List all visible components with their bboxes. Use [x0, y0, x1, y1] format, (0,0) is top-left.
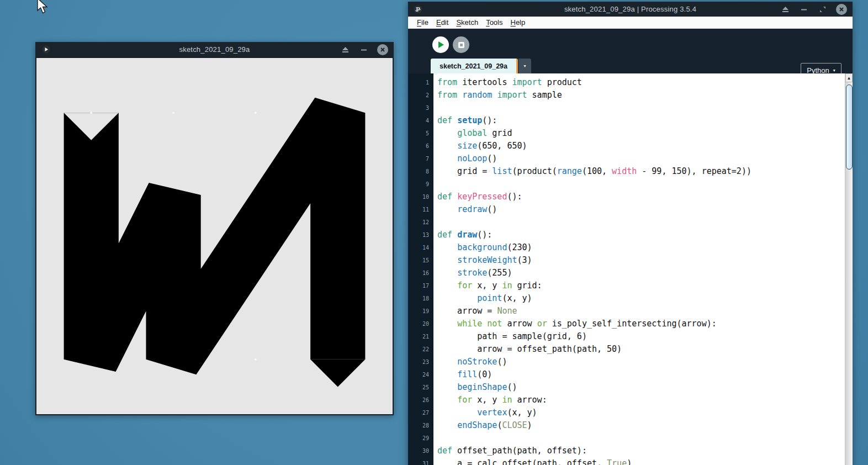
restore-icon[interactable]	[817, 4, 828, 15]
code-line[interactable]: from random import sample	[437, 89, 845, 102]
line-number: 26	[408, 394, 433, 406]
line-number: 10	[408, 191, 433, 203]
eject-icon[interactable]	[780, 4, 791, 15]
code-line[interactable]: a = calc_offset(path, offset, True)	[437, 457, 845, 465]
scroll-up-arrow-icon[interactable]: ▲	[845, 73, 853, 82]
tab-menu-button[interactable]: ▾	[518, 59, 531, 73]
line-number: 23	[408, 356, 433, 368]
play-icon	[436, 40, 445, 49]
tab-strip: sketch_2021_09_29a ▾	[408, 58, 853, 73]
code-line[interactable]: for x, y in grid:	[437, 279, 845, 292]
line-number: 1	[408, 76, 433, 89]
code-line[interactable]: from itertools import product	[437, 76, 845, 89]
code-line[interactable]	[437, 216, 845, 229]
processing-ide-window: P sketch_2021_09_29a | Processing 3.5.4	[407, 2, 853, 465]
code-line[interactable]: arrow = None	[437, 305, 845, 318]
stop-button[interactable]	[453, 36, 469, 53]
desktop: sketch_2021_09_29a P	[0, 0, 868, 465]
toolbar: Python ▾	[408, 29, 853, 58]
code-line[interactable]: for x, y in arrow:	[437, 394, 845, 406]
chevron-down-icon: ▾	[833, 68, 835, 73]
menu-bar: FileEditSketchToolsHelp	[408, 17, 853, 29]
code-line[interactable]	[437, 432, 845, 445]
line-number: 17	[408, 279, 433, 292]
code-line[interactable]: beginShape()	[437, 381, 845, 394]
close-icon[interactable]	[377, 44, 388, 55]
line-number: 2	[408, 89, 433, 102]
minimize-icon[interactable]	[358, 44, 369, 55]
minimize-icon[interactable]	[798, 4, 809, 15]
code-line[interactable]: strokeWeight(3)	[437, 254, 845, 267]
line-number: 28	[408, 419, 433, 432]
code-line[interactable]: while not arrow or is_poly_self_intersec…	[437, 318, 845, 330]
sketch-canvas[interactable]	[35, 57, 394, 415]
code-line[interactable]: background(230)	[437, 241, 845, 254]
menu-item-help[interactable]: Help	[506, 18, 529, 27]
menu-item-tools[interactable]: Tools	[482, 18, 506, 27]
code-line[interactable]: arrow = offset_path(path, 50)	[437, 343, 845, 356]
processing-logo-icon: P	[414, 5, 422, 14]
grid-point-dot	[255, 358, 256, 360]
line-number: 29	[408, 432, 433, 445]
line-number: 9	[408, 178, 433, 191]
code-editor[interactable]: 1234567891011121314151617181920212223242…	[408, 73, 853, 465]
line-number: 7	[408, 152, 433, 165]
code-line[interactable]: def draw():	[437, 229, 845, 241]
code-line[interactable]: def setup():	[437, 114, 845, 127]
line-number-gutter: 1234567891011121314151617181920212223242…	[408, 73, 433, 465]
grid-point-dot	[91, 112, 92, 114]
line-number: 19	[408, 305, 433, 318]
line-number: 25	[408, 381, 433, 394]
scrollbar-thumb[interactable]	[846, 84, 853, 170]
line-number: 24	[408, 368, 433, 381]
code-line[interactable]	[437, 102, 845, 114]
vertical-scrollbar[interactable]: ▲	[845, 73, 853, 465]
tab-sketch[interactable]: sketch_2021_09_29a	[431, 59, 518, 73]
menu-item-edit[interactable]: Edit	[432, 18, 452, 27]
code-line[interactable]: def offset_path(path, offset):	[437, 445, 845, 457]
code-line[interactable]: def keyPressed():	[437, 191, 845, 203]
code-line[interactable]: grid = list(product(range(100, width - 9…	[437, 165, 845, 178]
line-number: 14	[408, 241, 433, 254]
code-line[interactable]: endShape(CLOSE)	[437, 419, 845, 432]
line-number: 16	[408, 267, 433, 279]
code-line[interactable]: fill(0)	[437, 368, 845, 381]
run-button[interactable]	[432, 36, 449, 53]
line-number: 31	[408, 457, 433, 465]
menu-item-sketch[interactable]: Sketch	[452, 18, 482, 27]
close-icon[interactable]	[836, 4, 847, 15]
grid-point-dot	[255, 112, 256, 114]
line-number: 5	[408, 127, 433, 140]
code-line[interactable]: redraw()	[437, 203, 845, 216]
code-line[interactable]: noStroke()	[437, 356, 845, 368]
code-line[interactable]: stroke(255)	[437, 267, 845, 279]
line-number: 6	[408, 140, 433, 152]
chevron-down-icon: ▾	[524, 64, 526, 68]
line-number: 15	[408, 254, 433, 267]
code-line[interactable]: global grid	[437, 127, 845, 140]
code-line[interactable]: noLoop()	[437, 152, 845, 165]
sketch-window-titlebar[interactable]: sketch_2021_09_29a	[35, 42, 394, 57]
ide-titlebar[interactable]: P sketch_2021_09_29a | Processing 3.5.4	[408, 2, 853, 17]
code-area[interactable]: from itertools import productfrom random…	[433, 73, 845, 465]
code-line[interactable]: path = sample(grid, 6)	[437, 330, 845, 343]
line-number: 20	[408, 318, 433, 330]
line-number: 11	[408, 203, 433, 216]
line-number: 30	[408, 445, 433, 457]
grid-point-dot	[172, 112, 174, 114]
line-number: 27	[408, 406, 433, 419]
line-number: 8	[408, 165, 433, 178]
line-number: 22	[408, 343, 433, 356]
line-number: 21	[408, 330, 433, 343]
line-number: 3	[408, 102, 433, 114]
code-line[interactable]: point(x, y)	[437, 292, 845, 305]
code-line[interactable]: size(650, 650)	[437, 140, 845, 152]
line-number: 12	[408, 216, 433, 229]
menu-item-file[interactable]: File	[413, 18, 432, 27]
code-line[interactable]: vertex(x, y)	[437, 406, 845, 419]
mouse-cursor	[36, 0, 51, 14]
eject-icon[interactable]	[340, 44, 351, 55]
tab-label: sketch_2021_09_29a	[440, 62, 507, 70]
sketch-run-icon	[42, 45, 50, 54]
code-line[interactable]	[437, 178, 845, 191]
